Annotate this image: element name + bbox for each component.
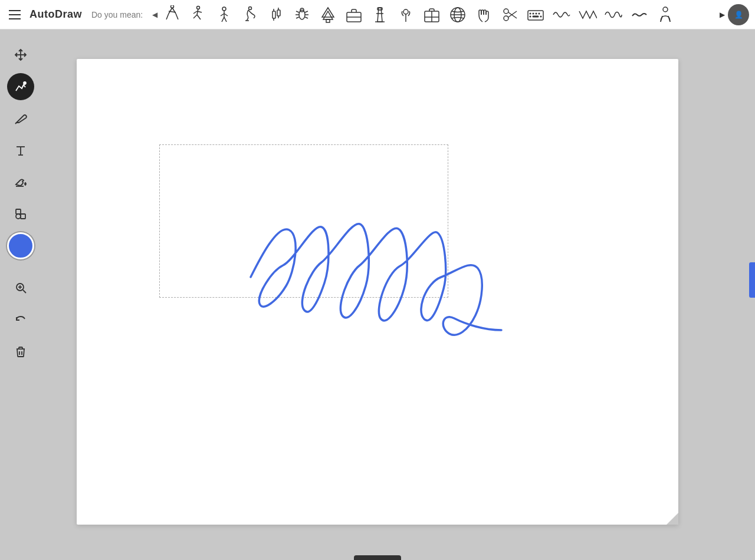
suggestion-tilde[interactable] [628,3,651,27]
user-drawing [251,224,501,335]
scroll-right-button[interactable]: ▶ [716,0,728,29]
svg-point-52 [504,9,508,14]
svg-line-2 [166,14,169,19]
svg-line-9 [197,15,201,19]
svg-rect-55 [528,11,543,20]
suggestion-zigzag[interactable] [576,3,599,27]
right-edge-tab[interactable] [749,262,755,298]
svg-point-44 [403,9,408,14]
suggestion-dancer[interactable] [160,3,184,27]
svg-line-54 [508,12,517,18]
svg-line-17 [224,17,226,22]
do-you-mean-label: Do you mean: [91,10,143,19]
suggestion-person[interactable] [212,3,236,27]
suggestion-scissors[interactable] [498,3,521,27]
svg-line-68 [15,123,17,124]
svg-point-51 [504,16,508,21]
suggestions-wrapper [160,3,716,27]
svg-line-8 [193,15,197,18]
shapes-tool-button[interactable] [7,200,34,228]
move-tool-button[interactable] [7,41,34,68]
svg-line-14 [221,14,224,16]
svg-line-3 [176,14,178,19]
suggestion-runner[interactable] [186,3,210,27]
drawing-svg [77,59,678,525]
svg-point-12 [222,7,226,11]
svg-rect-74 [21,214,25,219]
svg-line-53 [508,11,517,17]
svg-line-28 [296,11,299,12]
suggestion-person2[interactable] [654,3,677,27]
suggestions-scroll [160,3,716,27]
suggestion-wave[interactable] [550,3,573,27]
left-sidebar [0,29,41,560]
suggestion-keyboard[interactable] [524,3,547,27]
svg-line-30 [296,17,299,18]
fill-tool-button[interactable] [7,169,34,196]
svg-rect-36 [326,19,330,22]
text-tool-button[interactable] [7,137,34,164]
bottom-bar [354,555,401,560]
profile-button[interactable]: 👤 [728,4,749,25]
svg-rect-73 [16,209,21,214]
suggestion-squiggle[interactable] [602,3,625,27]
zoom-tool-button[interactable] [7,274,34,301]
suggestion-bug[interactable] [290,3,314,27]
suggestion-globe[interactable] [446,3,470,27]
svg-point-6 [197,6,200,9]
suggestion-suitcase[interactable] [420,3,444,27]
suggestion-lighthouse[interactable] [368,3,392,27]
svg-line-15 [224,14,228,16]
profile-icon: 👤 [734,11,743,19]
color-tool-button[interactable] [7,232,34,259]
delete-tool-button[interactable] [7,338,34,365]
drawing-canvas[interactable] [77,59,678,525]
svg-rect-75 [16,214,21,219]
draw-tool-button[interactable] [7,105,34,132]
menu-button[interactable] [0,0,29,29]
autodraw-tool-button[interactable] [7,73,34,100]
suggestion-hand[interactable] [472,3,495,27]
suggestion-skater[interactable] [238,3,262,27]
svg-marker-34 [322,8,334,17]
suggestion-candlestick[interactable] [264,3,288,27]
scroll-left-button[interactable]: ◀ [149,0,160,29]
app-title: AutoDraw [29,8,82,21]
undo-tool-button[interactable] [7,306,34,333]
svg-line-33 [305,17,308,18]
canvas-resize-corner[interactable] [667,513,678,525]
svg-point-18 [249,6,252,9]
svg-line-16 [222,17,224,22]
svg-line-77 [23,290,26,293]
svg-line-10 [193,11,197,14]
svg-line-67 [22,84,24,87]
svg-point-66 [24,82,26,84]
svg-point-63 [663,7,668,12]
suggestion-plant[interactable] [394,3,418,27]
canvas-area[interactable] [41,29,749,560]
svg-line-0 [169,8,172,14]
svg-line-31 [305,11,308,12]
suggestion-briefcase[interactable] [342,3,366,27]
svg-rect-20 [273,11,275,18]
top-toolbar: AutoDraw Do you mean: ◀ [0,0,755,29]
suggestion-tree[interactable] [316,3,340,27]
svg-point-4 [171,5,174,8]
svg-rect-23 [277,10,280,16]
